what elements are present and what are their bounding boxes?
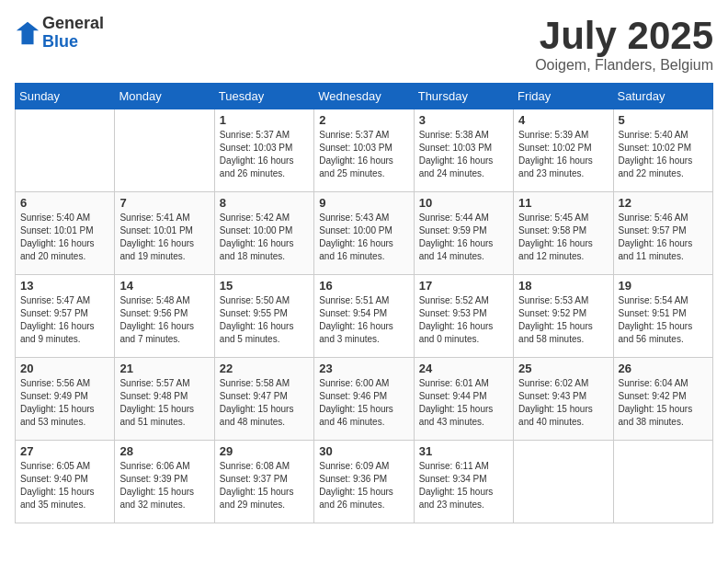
calendar-cell: 7Sunrise: 5:41 AM Sunset: 10:01 PM Dayli…	[115, 192, 214, 275]
day-number: 8	[220, 196, 309, 210]
day-number: 31	[419, 444, 508, 458]
day-info: Sunrise: 5:53 AM Sunset: 9:52 PM Dayligh…	[518, 294, 608, 346]
calendar-week-1: 1Sunrise: 5:37 AM Sunset: 10:03 PM Dayli…	[16, 109, 713, 192]
logo-text: General Blue	[42, 15, 104, 52]
day-number: 10	[419, 196, 508, 210]
svg-marker-0	[17, 22, 39, 44]
calendar-cell: 12Sunrise: 5:46 AM Sunset: 9:57 PM Dayli…	[613, 192, 712, 275]
day-number: 20	[20, 362, 109, 375]
day-info: Sunrise: 5:44 AM Sunset: 9:59 PM Dayligh…	[419, 212, 508, 263]
day-number: 18	[518, 279, 608, 293]
calendar-cell: 17Sunrise: 5:52 AM Sunset: 9:53 PM Dayli…	[414, 275, 513, 358]
day-number: 6	[20, 196, 109, 210]
day-info: Sunrise: 6:08 AM Sunset: 9:37 PM Dayligh…	[220, 460, 309, 511]
day-info: Sunrise: 5:50 AM Sunset: 9:55 PM Dayligh…	[220, 294, 309, 346]
weekday-header-friday: Friday	[514, 84, 613, 109]
day-info: Sunrise: 5:46 AM Sunset: 9:57 PM Dayligh…	[619, 212, 708, 263]
day-number: 14	[119, 279, 209, 293]
weekday-header-saturday: Saturday	[613, 84, 712, 109]
day-number: 30	[319, 444, 408, 458]
calendar-cell: 29Sunrise: 6:08 AM Sunset: 9:37 PM Dayli…	[214, 441, 313, 523]
calendar-cell: 18Sunrise: 5:53 AM Sunset: 9:52 PM Dayli…	[514, 275, 613, 358]
day-number: 26	[619, 362, 708, 375]
calendar-cell: 27Sunrise: 6:05 AM Sunset: 9:40 PM Dayli…	[16, 441, 115, 523]
day-info: Sunrise: 6:01 AM Sunset: 9:44 PM Dayligh…	[419, 377, 508, 429]
calendar-cell: 24Sunrise: 6:01 AM Sunset: 9:44 PM Dayli…	[414, 358, 513, 441]
day-number: 4	[518, 113, 608, 127]
calendar-cell: 23Sunrise: 6:00 AM Sunset: 9:46 PM Dayli…	[314, 358, 414, 441]
day-number: 16	[319, 279, 408, 293]
page-header: General Blue July 2025 Ooigem, Flanders,…	[15, 15, 713, 74]
day-info: Sunrise: 5:41 AM Sunset: 10:01 PM Daylig…	[119, 212, 209, 263]
day-number: 21	[119, 362, 209, 375]
day-number: 25	[518, 362, 608, 375]
day-info: Sunrise: 6:04 AM Sunset: 9:42 PM Dayligh…	[619, 377, 708, 429]
calendar-cell: 11Sunrise: 5:45 AM Sunset: 9:58 PM Dayli…	[514, 192, 613, 275]
day-number: 1	[220, 113, 309, 127]
day-number: 17	[419, 279, 508, 293]
day-number: 2	[319, 113, 408, 127]
calendar-cell: 10Sunrise: 5:44 AM Sunset: 9:59 PM Dayli…	[414, 192, 513, 275]
calendar-cell: 20Sunrise: 5:56 AM Sunset: 9:49 PM Dayli…	[16, 358, 115, 441]
calendar-cell: 21Sunrise: 5:57 AM Sunset: 9:48 PM Dayli…	[115, 358, 214, 441]
day-number: 12	[619, 196, 708, 210]
day-info: Sunrise: 5:40 AM Sunset: 10:01 PM Daylig…	[20, 212, 109, 263]
day-info: Sunrise: 5:38 AM Sunset: 10:03 PM Daylig…	[419, 129, 508, 180]
day-number: 7	[119, 196, 209, 210]
day-number: 3	[419, 113, 508, 127]
calendar-cell: 22Sunrise: 5:58 AM Sunset: 9:47 PM Dayli…	[214, 358, 313, 441]
day-info: Sunrise: 5:43 AM Sunset: 10:00 PM Daylig…	[319, 212, 408, 263]
logo-icon	[15, 20, 40, 46]
day-info: Sunrise: 6:09 AM Sunset: 9:36 PM Dayligh…	[319, 460, 408, 511]
day-info: Sunrise: 5:54 AM Sunset: 9:51 PM Dayligh…	[619, 294, 708, 346]
day-number: 11	[518, 196, 608, 210]
weekday-header-row: SundayMondayTuesdayWednesdayThursdayFrid…	[16, 84, 713, 109]
day-info: Sunrise: 5:56 AM Sunset: 9:49 PM Dayligh…	[20, 377, 109, 429]
day-info: Sunrise: 6:02 AM Sunset: 9:43 PM Dayligh…	[518, 377, 608, 429]
day-info: Sunrise: 6:00 AM Sunset: 9:46 PM Dayligh…	[319, 377, 408, 429]
day-info: Sunrise: 5:39 AM Sunset: 10:02 PM Daylig…	[518, 129, 608, 180]
day-number: 13	[20, 279, 109, 293]
day-info: Sunrise: 6:11 AM Sunset: 9:34 PM Dayligh…	[419, 460, 508, 511]
calendar-cell: 19Sunrise: 5:54 AM Sunset: 9:51 PM Dayli…	[613, 275, 712, 358]
title-block: July 2025 Ooigem, Flanders, Belgium	[535, 15, 713, 74]
weekday-header-tuesday: Tuesday	[214, 84, 313, 109]
calendar-cell: 16Sunrise: 5:51 AM Sunset: 9:54 PM Dayli…	[314, 275, 414, 358]
day-number: 9	[319, 196, 408, 210]
calendar-cell: 30Sunrise: 6:09 AM Sunset: 9:36 PM Dayli…	[314, 441, 414, 523]
calendar-cell	[613, 441, 712, 523]
day-info: Sunrise: 5:57 AM Sunset: 9:48 PM Dayligh…	[119, 377, 209, 429]
calendar-cell: 9Sunrise: 5:43 AM Sunset: 10:00 PM Dayli…	[314, 192, 414, 275]
calendar-cell: 6Sunrise: 5:40 AM Sunset: 10:01 PM Dayli…	[16, 192, 115, 275]
day-number: 28	[119, 444, 209, 458]
calendar-cell: 14Sunrise: 5:48 AM Sunset: 9:56 PM Dayli…	[115, 275, 214, 358]
calendar-cell: 31Sunrise: 6:11 AM Sunset: 9:34 PM Dayli…	[414, 441, 513, 523]
day-info: Sunrise: 5:47 AM Sunset: 9:57 PM Dayligh…	[20, 294, 109, 346]
calendar-cell: 15Sunrise: 5:50 AM Sunset: 9:55 PM Dayli…	[214, 275, 313, 358]
calendar-cell: 25Sunrise: 6:02 AM Sunset: 9:43 PM Dayli…	[514, 358, 613, 441]
day-number: 22	[220, 362, 309, 375]
day-info: Sunrise: 5:45 AM Sunset: 9:58 PM Dayligh…	[518, 212, 608, 263]
day-number: 27	[20, 444, 109, 458]
calendar-cell: 4Sunrise: 5:39 AM Sunset: 10:02 PM Dayli…	[514, 109, 613, 192]
day-info: Sunrise: 5:40 AM Sunset: 10:02 PM Daylig…	[619, 129, 708, 180]
day-info: Sunrise: 5:58 AM Sunset: 9:47 PM Dayligh…	[220, 377, 309, 429]
calendar-cell: 26Sunrise: 6:04 AM Sunset: 9:42 PM Dayli…	[613, 358, 712, 441]
day-info: Sunrise: 5:37 AM Sunset: 10:03 PM Daylig…	[319, 129, 408, 180]
calendar-week-3: 13Sunrise: 5:47 AM Sunset: 9:57 PM Dayli…	[16, 275, 713, 358]
location-title: Ooigem, Flanders, Belgium	[535, 57, 713, 74]
day-info: Sunrise: 6:05 AM Sunset: 9:40 PM Dayligh…	[20, 460, 109, 511]
day-number: 29	[220, 444, 309, 458]
day-number: 5	[619, 113, 708, 127]
calendar-cell: 8Sunrise: 5:42 AM Sunset: 10:00 PM Dayli…	[214, 192, 313, 275]
day-number: 15	[220, 279, 309, 293]
weekday-header-monday: Monday	[115, 84, 214, 109]
calendar-cell: 1Sunrise: 5:37 AM Sunset: 10:03 PM Dayli…	[214, 109, 313, 192]
calendar-cell: 28Sunrise: 6:06 AM Sunset: 9:39 PM Dayli…	[115, 441, 214, 523]
calendar-cell	[16, 109, 115, 192]
calendar-cell: 5Sunrise: 5:40 AM Sunset: 10:02 PM Dayli…	[613, 109, 712, 192]
month-title: July 2025	[535, 15, 713, 57]
day-number: 19	[619, 279, 708, 293]
day-info: Sunrise: 5:51 AM Sunset: 9:54 PM Dayligh…	[319, 294, 408, 346]
calendar-cell: 3Sunrise: 5:38 AM Sunset: 10:03 PM Dayli…	[414, 109, 513, 192]
